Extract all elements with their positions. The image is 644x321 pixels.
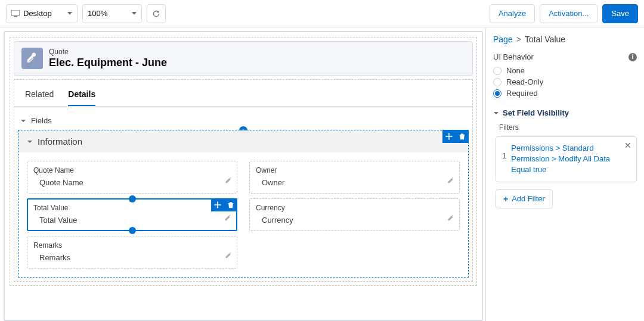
activation-button[interactable]: Activation...: [540, 4, 597, 23]
pencil-icon: [447, 214, 454, 221]
refresh-icon: [152, 10, 160, 18]
field-owner[interactable]: Owner Owner: [249, 161, 460, 194]
fields-label: Fields: [31, 116, 52, 125]
trash-icon: [227, 201, 234, 208]
pencil-icon: [224, 214, 231, 221]
object-label: Quote: [49, 48, 167, 56]
field-remarks[interactable]: Remarks Remarks: [27, 236, 237, 269]
add-filter-button[interactable]: + Add Filter: [496, 189, 553, 208]
plus-icon: +: [503, 194, 508, 204]
record-title: Elec. Equipment - June: [49, 57, 167, 69]
move-button[interactable]: [442, 130, 456, 143]
information-section[interactable]: + Information Quo: [18, 130, 469, 278]
information-label: Information: [38, 136, 82, 147]
close-icon[interactable]: ✕: [624, 141, 631, 150]
device-label: Desktop: [23, 9, 52, 18]
field-value: Currency: [256, 216, 453, 225]
delete-button[interactable]: [224, 198, 237, 211]
filter-item[interactable]: 1 Permissions > Standard Permission > Mo…: [496, 136, 637, 182]
add-above-dot[interactable]: [129, 195, 136, 202]
refresh-button[interactable]: [147, 4, 166, 23]
field-value: Quote Name: [33, 178, 231, 187]
device-dropdown[interactable]: Desktop: [6, 4, 78, 23]
ui-behavior-label: UI Behavior: [493, 52, 534, 61]
set-field-visibility-toggle[interactable]: Set Field Visibility: [493, 108, 637, 117]
caret-down-icon: [67, 12, 72, 15]
pencil-icon: [225, 176, 232, 183]
field-quote-name[interactable]: Quote Name Quote Name: [27, 161, 237, 194]
ui-behavior-radios: None Read-Only Required: [493, 66, 637, 98]
breadcrumb-current: Total Value: [525, 35, 565, 44]
field-label: Remarks: [33, 241, 231, 250]
radio-none[interactable]: None: [493, 66, 637, 75]
field-label: Quote Name: [33, 166, 231, 174]
zoom-label: 100%: [88, 9, 107, 18]
field-currency[interactable]: Currency Currency: [249, 198, 460, 231]
quote-icon: [21, 48, 43, 69]
field-value: Remarks: [33, 253, 231, 262]
chevron-down-icon: [27, 139, 33, 145]
field-value: Total Value: [33, 216, 231, 225]
breadcrumb-page[interactable]: Page: [493, 35, 513, 44]
filters-label: Filters: [499, 123, 637, 132]
properties-panel: Page > Total Value UI Behavior i None Re…: [485, 27, 644, 321]
trash-icon: [459, 133, 466, 140]
save-button[interactable]: Save: [602, 4, 638, 23]
field-label: Total Value: [33, 204, 231, 212]
pencil-icon: [447, 176, 454, 183]
radio-readonly[interactable]: Read-Only: [493, 77, 637, 86]
info-icon[interactable]: i: [628, 53, 637, 61]
field-total-value[interactable]: Total Value Total Value: [27, 198, 237, 231]
record-header[interactable]: Quote Elec. Equipment - June: [14, 41, 473, 76]
canvas: Quote Elec. Equipment - June Related Det…: [4, 31, 483, 321]
tab-related[interactable]: Related: [25, 89, 54, 106]
tabs: Related Details: [14, 83, 472, 107]
breadcrumb: Page > Total Value: [493, 35, 637, 44]
caret-down-icon: [132, 12, 137, 15]
chevron-down-icon: [20, 118, 26, 124]
filter-number: 1: [502, 143, 506, 176]
svg-rect-1: [14, 16, 17, 17]
add-below-dot[interactable]: [129, 227, 136, 234]
pencil-icon: [225, 251, 232, 258]
delete-button[interactable]: [456, 130, 469, 143]
radio-required[interactable]: Required: [493, 89, 637, 98]
filter-text: Permissions > Standard Permission > Modi…: [511, 143, 630, 176]
breadcrumb-separator: >: [516, 35, 521, 44]
move-button[interactable]: [211, 198, 224, 211]
field-label: Currency: [256, 204, 453, 212]
tab-details[interactable]: Details: [68, 89, 95, 106]
zoom-dropdown[interactable]: 100%: [82, 4, 142, 23]
field-label: Owner: [256, 166, 453, 174]
field-value: Owner: [256, 178, 453, 187]
chevron-down-icon: [493, 110, 499, 116]
desktop-icon: [11, 10, 20, 17]
move-icon: [445, 133, 453, 140]
svg-rect-0: [11, 10, 20, 15]
analyze-button[interactable]: Analyze: [490, 4, 535, 23]
move-icon: [214, 201, 221, 208]
